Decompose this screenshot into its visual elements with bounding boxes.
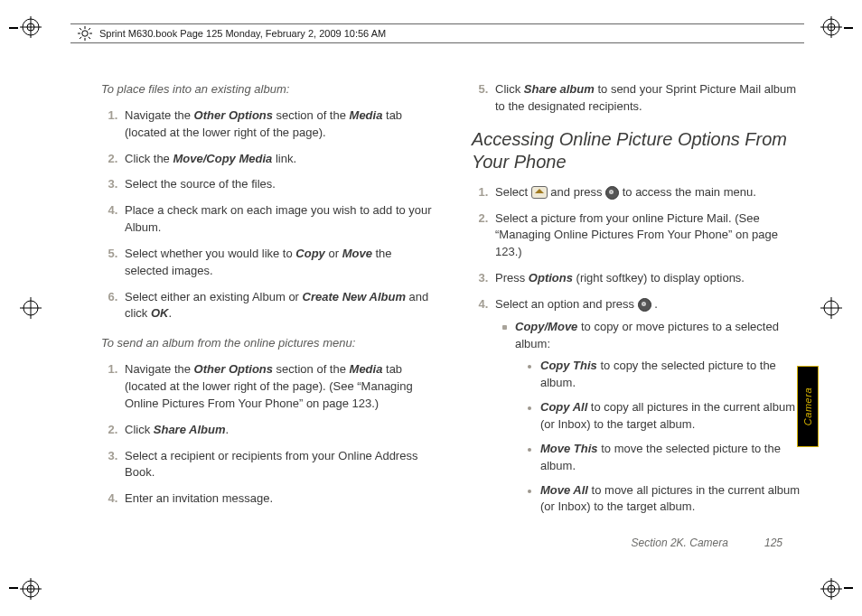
menu-ok-key-icon xyxy=(605,186,619,200)
list-item: Copy All to copy all pictures in the cur… xyxy=(528,399,806,434)
section-tab-label: Camera xyxy=(802,387,813,425)
home-key-icon xyxy=(531,186,548,199)
page-footer: Section 2K. Camera 125 xyxy=(632,537,782,549)
step: Click the Move/Copy Media link. xyxy=(121,151,436,168)
crosshair-icon xyxy=(20,297,42,319)
step: Click Share album to send your Sprint Pi… xyxy=(492,81,806,116)
step: Select whether you would like to Copy or… xyxy=(121,246,436,280)
step: Place a check mark on each image you wis… xyxy=(121,202,436,237)
step: Click Share Album. xyxy=(121,422,436,439)
svg-line-27 xyxy=(80,28,81,30)
menu-ok-key-icon xyxy=(638,298,651,312)
crop-mark-icon xyxy=(9,27,18,29)
steps-list-2-cont: Click Share album to send your Sprint Pi… xyxy=(472,81,806,116)
step: Select a recipient or recipients from yo… xyxy=(121,448,436,482)
register-mark-icon xyxy=(20,16,42,38)
book-header-text: Sprint M630.book Page 125 Monday, Februa… xyxy=(99,28,386,39)
register-mark-icon xyxy=(20,578,42,600)
step: Navigate the Other Options section of th… xyxy=(121,361,436,413)
framemaker-sun-icon xyxy=(78,26,92,41)
crop-mark-icon xyxy=(844,27,853,29)
instruction-heading: To send an album from the online picture… xyxy=(101,335,436,352)
step: Select and press to access the main menu… xyxy=(492,184,806,201)
sub-sub-options: Copy This to copy the selected picture t… xyxy=(515,358,806,516)
step: Press Options (right softkey) to display… xyxy=(492,270,806,287)
section-heading: Accessing Online Picture Options From Yo… xyxy=(472,128,806,173)
section-tab: Camera xyxy=(797,366,819,447)
step: Navigate the Other Options section of th… xyxy=(121,107,436,142)
svg-line-30 xyxy=(80,37,81,39)
list-item: Copy/Move to copy or move pictures to a … xyxy=(502,319,806,516)
step: Select a picture from your online Pictur… xyxy=(492,210,806,262)
left-column: To place files into an existing album: N… xyxy=(101,81,436,542)
register-mark-icon xyxy=(820,16,842,38)
register-mark-icon xyxy=(820,578,842,600)
step: Select either an existing Album or Creat… xyxy=(121,289,436,323)
list-item: Move All to move all pictures in the cur… xyxy=(528,482,806,517)
crosshair-icon xyxy=(820,297,842,319)
crop-mark-icon xyxy=(844,587,853,589)
step: Enter an invitation message. xyxy=(121,490,436,508)
list-item: Copy This to copy the selected picture t… xyxy=(528,358,806,392)
book-header: Sprint M630.book Page 125 Monday, Februa… xyxy=(70,23,804,43)
sub-options: Copy/Move to copy or move pictures to a … xyxy=(495,319,806,516)
svg-point-22 xyxy=(82,31,88,36)
svg-line-29 xyxy=(89,28,90,30)
page-body: To place files into an existing album: N… xyxy=(101,81,806,542)
footer-page-number: 125 xyxy=(764,537,782,549)
steps-list-2: Navigate the Other Options section of th… xyxy=(101,361,436,508)
steps-list-3: Select and press to access the main menu… xyxy=(472,184,806,517)
footer-section: Section 2K. Camera xyxy=(632,537,728,549)
steps-list-1: Navigate the Other Options section of th… xyxy=(101,107,436,322)
instruction-heading: To place files into an existing album: xyxy=(101,81,436,98)
step: Select an option and press . Copy/Move t… xyxy=(492,296,806,516)
step: Select the source of the files. xyxy=(121,176,436,193)
right-column: Click Share album to send your Sprint Pi… xyxy=(472,81,806,542)
list-item: Move This to move the selected picture t… xyxy=(528,441,806,475)
svg-line-28 xyxy=(89,37,90,39)
crop-mark-icon xyxy=(9,587,18,589)
